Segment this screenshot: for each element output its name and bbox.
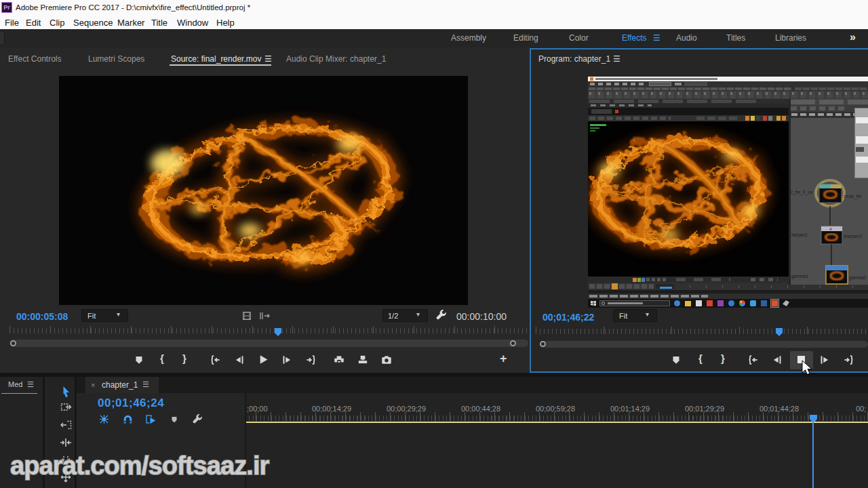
svg-text:gamma2: gamma2 — [849, 275, 867, 281]
svg-text:harpen1: harpen1 — [791, 232, 808, 238]
svg-text:sharpen2: sharpen2 — [844, 234, 862, 239]
svg-text:circle_fre: circle_fre — [844, 194, 862, 199]
svg-text:c_fre_F_ov: c_fre_F_ov — [791, 190, 813, 195]
svg-text:gamma1: gamma1 — [791, 274, 809, 279]
svg-text:A: A — [829, 227, 832, 231]
